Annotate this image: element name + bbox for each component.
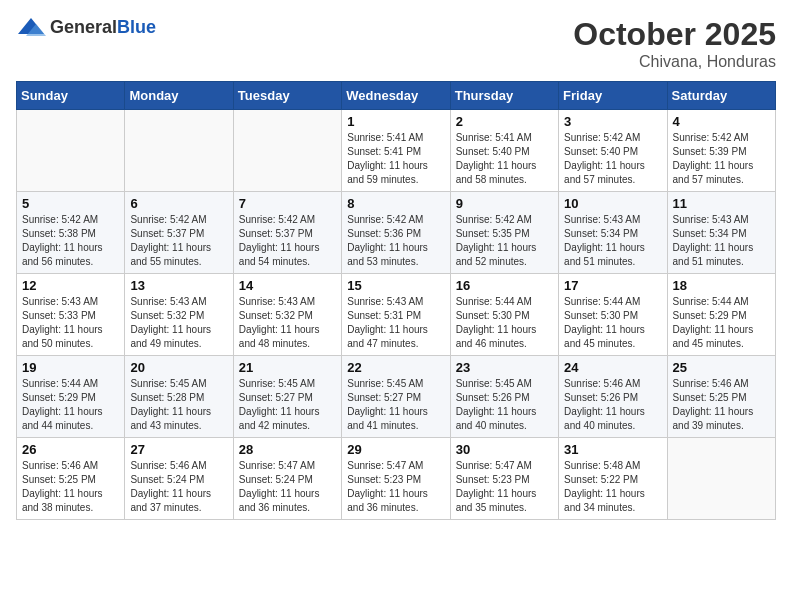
- day-number: 20: [130, 360, 227, 375]
- weekday-header-sunday: Sunday: [17, 82, 125, 110]
- day-number: 14: [239, 278, 336, 293]
- page-header: GeneralBlue October 2025 Chivana, Hondur…: [16, 16, 776, 71]
- day-number: 6: [130, 196, 227, 211]
- day-info: Sunrise: 5:43 AM Sunset: 5:34 PM Dayligh…: [673, 213, 770, 269]
- day-cell: 16Sunrise: 5:44 AM Sunset: 5:30 PM Dayli…: [450, 274, 558, 356]
- location-title: Chivana, Honduras: [573, 53, 776, 71]
- day-cell: 30Sunrise: 5:47 AM Sunset: 5:23 PM Dayli…: [450, 438, 558, 520]
- day-number: 5: [22, 196, 119, 211]
- day-cell: 8Sunrise: 5:42 AM Sunset: 5:36 PM Daylig…: [342, 192, 450, 274]
- day-info: Sunrise: 5:42 AM Sunset: 5:35 PM Dayligh…: [456, 213, 553, 269]
- day-number: 29: [347, 442, 444, 457]
- weekday-header-row: SundayMondayTuesdayWednesdayThursdayFrid…: [17, 82, 776, 110]
- day-cell: 20Sunrise: 5:45 AM Sunset: 5:28 PM Dayli…: [125, 356, 233, 438]
- day-cell: 4Sunrise: 5:42 AM Sunset: 5:39 PM Daylig…: [667, 110, 775, 192]
- day-info: Sunrise: 5:42 AM Sunset: 5:38 PM Dayligh…: [22, 213, 119, 269]
- day-number: 13: [130, 278, 227, 293]
- day-info: Sunrise: 5:42 AM Sunset: 5:39 PM Dayligh…: [673, 131, 770, 187]
- day-cell: 10Sunrise: 5:43 AM Sunset: 5:34 PM Dayli…: [559, 192, 667, 274]
- day-number: 16: [456, 278, 553, 293]
- day-info: Sunrise: 5:45 AM Sunset: 5:27 PM Dayligh…: [347, 377, 444, 433]
- day-number: 3: [564, 114, 661, 129]
- day-info: Sunrise: 5:42 AM Sunset: 5:40 PM Dayligh…: [564, 131, 661, 187]
- day-cell: [667, 438, 775, 520]
- day-cell: 31Sunrise: 5:48 AM Sunset: 5:22 PM Dayli…: [559, 438, 667, 520]
- day-cell: 12Sunrise: 5:43 AM Sunset: 5:33 PM Dayli…: [17, 274, 125, 356]
- day-number: 19: [22, 360, 119, 375]
- day-number: 2: [456, 114, 553, 129]
- day-cell: 19Sunrise: 5:44 AM Sunset: 5:29 PM Dayli…: [17, 356, 125, 438]
- day-info: Sunrise: 5:46 AM Sunset: 5:25 PM Dayligh…: [22, 459, 119, 515]
- day-number: 21: [239, 360, 336, 375]
- day-cell: 22Sunrise: 5:45 AM Sunset: 5:27 PM Dayli…: [342, 356, 450, 438]
- day-cell: 21Sunrise: 5:45 AM Sunset: 5:27 PM Dayli…: [233, 356, 341, 438]
- day-number: 7: [239, 196, 336, 211]
- day-cell: 14Sunrise: 5:43 AM Sunset: 5:32 PM Dayli…: [233, 274, 341, 356]
- day-cell: 28Sunrise: 5:47 AM Sunset: 5:24 PM Dayli…: [233, 438, 341, 520]
- day-number: 23: [456, 360, 553, 375]
- day-cell: 7Sunrise: 5:42 AM Sunset: 5:37 PM Daylig…: [233, 192, 341, 274]
- day-info: Sunrise: 5:41 AM Sunset: 5:41 PM Dayligh…: [347, 131, 444, 187]
- day-cell: 6Sunrise: 5:42 AM Sunset: 5:37 PM Daylig…: [125, 192, 233, 274]
- day-cell: 17Sunrise: 5:44 AM Sunset: 5:30 PM Dayli…: [559, 274, 667, 356]
- title-area: October 2025 Chivana, Honduras: [573, 16, 776, 71]
- day-cell: 26Sunrise: 5:46 AM Sunset: 5:25 PM Dayli…: [17, 438, 125, 520]
- day-number: 30: [456, 442, 553, 457]
- week-row-5: 26Sunrise: 5:46 AM Sunset: 5:25 PM Dayli…: [17, 438, 776, 520]
- week-row-1: 1Sunrise: 5:41 AM Sunset: 5:41 PM Daylig…: [17, 110, 776, 192]
- day-cell: 3Sunrise: 5:42 AM Sunset: 5:40 PM Daylig…: [559, 110, 667, 192]
- day-info: Sunrise: 5:42 AM Sunset: 5:36 PM Dayligh…: [347, 213, 444, 269]
- day-number: 15: [347, 278, 444, 293]
- day-cell: 27Sunrise: 5:46 AM Sunset: 5:24 PM Dayli…: [125, 438, 233, 520]
- logo-blue: Blue: [117, 17, 156, 37]
- day-number: 27: [130, 442, 227, 457]
- day-info: Sunrise: 5:43 AM Sunset: 5:31 PM Dayligh…: [347, 295, 444, 351]
- day-info: Sunrise: 5:48 AM Sunset: 5:22 PM Dayligh…: [564, 459, 661, 515]
- day-info: Sunrise: 5:45 AM Sunset: 5:27 PM Dayligh…: [239, 377, 336, 433]
- day-info: Sunrise: 5:47 AM Sunset: 5:24 PM Dayligh…: [239, 459, 336, 515]
- week-row-4: 19Sunrise: 5:44 AM Sunset: 5:29 PM Dayli…: [17, 356, 776, 438]
- day-cell: 18Sunrise: 5:44 AM Sunset: 5:29 PM Dayli…: [667, 274, 775, 356]
- weekday-header-wednesday: Wednesday: [342, 82, 450, 110]
- day-cell: 5Sunrise: 5:42 AM Sunset: 5:38 PM Daylig…: [17, 192, 125, 274]
- day-number: 8: [347, 196, 444, 211]
- day-number: 28: [239, 442, 336, 457]
- logo-icon: [16, 16, 46, 38]
- day-info: Sunrise: 5:43 AM Sunset: 5:34 PM Dayligh…: [564, 213, 661, 269]
- logo: GeneralBlue: [16, 16, 156, 38]
- day-number: 25: [673, 360, 770, 375]
- day-cell: 13Sunrise: 5:43 AM Sunset: 5:32 PM Dayli…: [125, 274, 233, 356]
- day-number: 18: [673, 278, 770, 293]
- day-info: Sunrise: 5:43 AM Sunset: 5:32 PM Dayligh…: [239, 295, 336, 351]
- day-cell: 24Sunrise: 5:46 AM Sunset: 5:26 PM Dayli…: [559, 356, 667, 438]
- weekday-header-thursday: Thursday: [450, 82, 558, 110]
- day-info: Sunrise: 5:45 AM Sunset: 5:26 PM Dayligh…: [456, 377, 553, 433]
- day-info: Sunrise: 5:47 AM Sunset: 5:23 PM Dayligh…: [347, 459, 444, 515]
- day-info: Sunrise: 5:44 AM Sunset: 5:30 PM Dayligh…: [456, 295, 553, 351]
- day-number: 10: [564, 196, 661, 211]
- weekday-header-monday: Monday: [125, 82, 233, 110]
- day-number: 22: [347, 360, 444, 375]
- week-row-2: 5Sunrise: 5:42 AM Sunset: 5:38 PM Daylig…: [17, 192, 776, 274]
- weekday-header-friday: Friday: [559, 82, 667, 110]
- day-number: 26: [22, 442, 119, 457]
- day-number: 1: [347, 114, 444, 129]
- day-cell: 9Sunrise: 5:42 AM Sunset: 5:35 PM Daylig…: [450, 192, 558, 274]
- day-info: Sunrise: 5:42 AM Sunset: 5:37 PM Dayligh…: [130, 213, 227, 269]
- week-row-3: 12Sunrise: 5:43 AM Sunset: 5:33 PM Dayli…: [17, 274, 776, 356]
- day-info: Sunrise: 5:44 AM Sunset: 5:29 PM Dayligh…: [22, 377, 119, 433]
- day-info: Sunrise: 5:43 AM Sunset: 5:33 PM Dayligh…: [22, 295, 119, 351]
- day-cell: 23Sunrise: 5:45 AM Sunset: 5:26 PM Dayli…: [450, 356, 558, 438]
- day-cell: [233, 110, 341, 192]
- day-info: Sunrise: 5:45 AM Sunset: 5:28 PM Dayligh…: [130, 377, 227, 433]
- day-info: Sunrise: 5:47 AM Sunset: 5:23 PM Dayligh…: [456, 459, 553, 515]
- day-cell: 15Sunrise: 5:43 AM Sunset: 5:31 PM Dayli…: [342, 274, 450, 356]
- day-cell: 1Sunrise: 5:41 AM Sunset: 5:41 PM Daylig…: [342, 110, 450, 192]
- calendar-table: SundayMondayTuesdayWednesdayThursdayFrid…: [16, 81, 776, 520]
- day-number: 11: [673, 196, 770, 211]
- weekday-header-saturday: Saturday: [667, 82, 775, 110]
- day-info: Sunrise: 5:46 AM Sunset: 5:26 PM Dayligh…: [564, 377, 661, 433]
- day-number: 31: [564, 442, 661, 457]
- logo-general: General: [50, 17, 117, 37]
- day-info: Sunrise: 5:44 AM Sunset: 5:29 PM Dayligh…: [673, 295, 770, 351]
